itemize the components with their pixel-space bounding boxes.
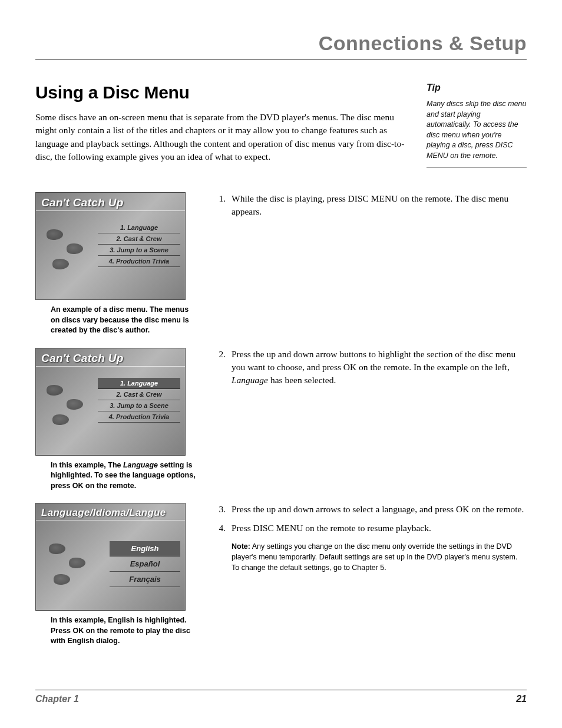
- disc-menu-image-2: Can't Catch Up 1. Language 2. Cast & Cre…: [35, 348, 186, 456]
- section-header: Connections & Setup: [35, 32, 527, 60]
- step-4: 4. Press DISC MENU on the remote to resu…: [209, 522, 527, 535]
- menu-item: 2. Cast & Crew: [98, 389, 180, 400]
- menu-item-highlighted: 1. Language: [98, 378, 180, 389]
- image-caption-2: In this example, The Language setting is…: [35, 456, 198, 492]
- tip-heading: Tip: [427, 83, 527, 93]
- step-number: 4.: [209, 522, 232, 535]
- step-text: Press the up and down arrows to select a…: [232, 503, 527, 516]
- menu-item: 4. Production Trivia: [98, 256, 180, 267]
- menu-item: 2. Cast & Crew: [98, 233, 180, 245]
- step-number: 2.: [209, 348, 232, 387]
- step-text: While the disc is playing, press DISC ME…: [232, 192, 527, 219]
- step-1: 1. While the disc is playing, press DISC…: [209, 192, 527, 219]
- tip-box: Tip Many discs skip the disc menu and st…: [427, 83, 527, 167]
- tip-body: Many discs skip the disc menu and start …: [427, 99, 527, 161]
- menu-item-highlighted: English: [110, 541, 180, 556]
- thumb-title: Can't Catch Up: [36, 193, 185, 211]
- menu-item: 3. Jump to a Scene: [98, 400, 180, 411]
- disc-menu-image-1: Can't Catch Up 1. Language 2. Cast & Cre…: [35, 192, 186, 300]
- step-text: Press DISC MENU on the remote to resume …: [232, 522, 527, 535]
- step-number: 1.: [209, 192, 232, 219]
- step-number: 3.: [209, 503, 232, 516]
- menu-item: Español: [110, 556, 180, 572]
- intro-paragraph: Some discs have an on-screen menu that i…: [35, 111, 409, 164]
- note-body: Any settings you change on the disc menu…: [232, 542, 517, 572]
- thumb-title: Can't Catch Up: [36, 348, 185, 367]
- menu-item: 1. Language: [98, 222, 180, 233]
- note-block: Note: Any settings you change on the dis…: [209, 541, 527, 573]
- page-number: 21: [516, 694, 527, 704]
- page-title: Using a Disc Menu: [35, 83, 409, 103]
- step-text: Press the up and down arrow buttons to h…: [232, 348, 527, 387]
- step-3: 3. Press the up and down arrows to selec…: [209, 503, 527, 516]
- step-2: 2. Press the up and down arrow buttons t…: [209, 348, 527, 387]
- note-label: Note:: [232, 542, 250, 551]
- menu-item: 4. Production Trivia: [98, 411, 180, 423]
- image-caption-3: In this example, English is highlighted.…: [35, 611, 198, 647]
- chapter-label: Chapter 1: [35, 694, 79, 704]
- menu-item: 3. Jump to a Scene: [98, 245, 180, 256]
- thumb-title: Language/Idioma/Langue: [36, 503, 185, 521]
- menu-item: Français: [110, 572, 180, 587]
- image-caption-1: An example of a disc menu. The menus on …: [35, 300, 198, 336]
- disc-menu-image-3: Language/Idioma/Langue English Español F…: [35, 503, 186, 611]
